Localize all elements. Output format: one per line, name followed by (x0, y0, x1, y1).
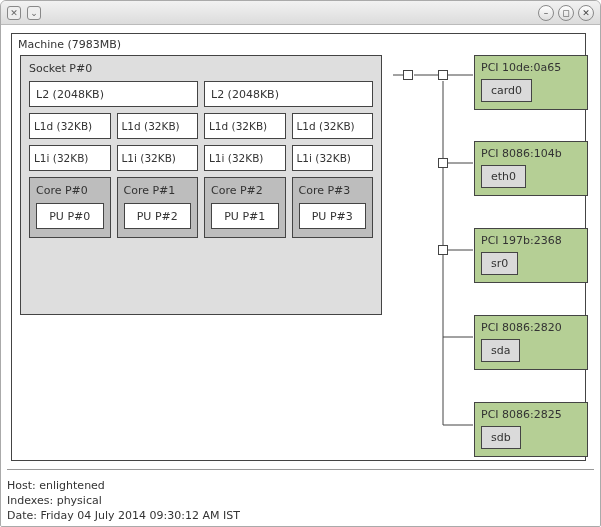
core-label: Core P#3 (299, 184, 367, 197)
os-device: sdb (481, 426, 521, 449)
pci-label: PCI 197b:2368 (481, 234, 581, 247)
pci-label: PCI 8086:2820 (481, 321, 581, 334)
pci-label: PCI 8086:104b (481, 147, 581, 160)
window-menu-icon[interactable]: ⌄ (27, 6, 41, 20)
bridge-node (438, 158, 448, 168)
os-device: sda (481, 339, 520, 362)
pu-box: PU P#1 (211, 203, 279, 229)
titlebar: ✕ ⌄ – ◻ ✕ (1, 1, 600, 25)
l1i-cache: L1i (32KB) (292, 145, 374, 171)
pci-device: PCI 8086:2825 sdb (474, 402, 588, 457)
l1d-cache: L1d (32KB) (292, 113, 374, 139)
pci-device: PCI 197b:2368 sr0 (474, 228, 588, 283)
pci-device: PCI 8086:104b eth0 (474, 141, 588, 196)
l1i-cache: L1i (32KB) (29, 145, 111, 171)
os-device: card0 (481, 79, 532, 102)
core-box: Core P#3 PU P#3 (292, 177, 374, 238)
footer-host: Host: enlightened (7, 479, 240, 492)
l1d-cache: L1d (32KB) (117, 113, 199, 139)
l1d-cache: L1d (32KB) (29, 113, 111, 139)
socket-label: Socket P#0 (29, 62, 373, 75)
app-icon: ✕ (7, 6, 21, 20)
topology-canvas: Socket P#0 L2 (2048KB) L2 (2048KB) L1d (… (18, 55, 579, 455)
l2-cache: L2 (2048KB) (29, 81, 198, 107)
pci-device: PCI 8086:2820 sda (474, 315, 588, 370)
os-device: sr0 (481, 252, 518, 275)
pci-device: PCI 10de:0a65 card0 (474, 55, 588, 110)
bridge-node (438, 245, 448, 255)
minimize-button[interactable]: – (538, 5, 554, 21)
machine-label: Machine (7983MB) (18, 38, 579, 51)
l2-cache: L2 (2048KB) (204, 81, 373, 107)
core-label: Core P#1 (124, 184, 192, 197)
socket-box: Socket P#0 L2 (2048KB) L2 (2048KB) L1d (… (20, 55, 382, 315)
separator (7, 469, 594, 470)
core-box: Core P#0 PU P#0 (29, 177, 111, 238)
l1i-cache: L1i (32KB) (117, 145, 199, 171)
core-box: Core P#1 PU P#2 (117, 177, 199, 238)
pci-tree: PCI 10de:0a65 card0 PCI 8086:104b eth0 P… (393, 55, 588, 450)
pci-label: PCI 8086:2825 (481, 408, 581, 421)
content-area: Machine (7983MB) Socket P#0 L2 (2048KB) … (1, 25, 600, 526)
l1d-cache: L1d (32KB) (204, 113, 286, 139)
footer-info: Host: enlightened Indexes: physical Date… (7, 477, 240, 522)
pu-box: PU P#3 (299, 203, 367, 229)
pci-label: PCI 10de:0a65 (481, 61, 581, 74)
pu-box: PU P#0 (36, 203, 104, 229)
l1i-cache: L1i (32KB) (204, 145, 286, 171)
maximize-button[interactable]: ◻ (558, 5, 574, 21)
application-window: ✕ ⌄ – ◻ ✕ Machine (7983MB) Socket P#0 L2… (0, 0, 601, 527)
core-label: Core P#2 (211, 184, 279, 197)
footer-date: Date: Friday 04 July 2014 09:30:12 AM IS… (7, 509, 240, 522)
bridge-node (403, 70, 413, 80)
footer-indexes: Indexes: physical (7, 494, 240, 507)
pu-box: PU P#2 (124, 203, 192, 229)
os-device: eth0 (481, 165, 526, 188)
machine-box: Machine (7983MB) Socket P#0 L2 (2048KB) … (11, 33, 586, 461)
core-box: Core P#2 PU P#1 (204, 177, 286, 238)
bridge-node (438, 70, 448, 80)
core-label: Core P#0 (36, 184, 104, 197)
close-button[interactable]: ✕ (578, 5, 594, 21)
